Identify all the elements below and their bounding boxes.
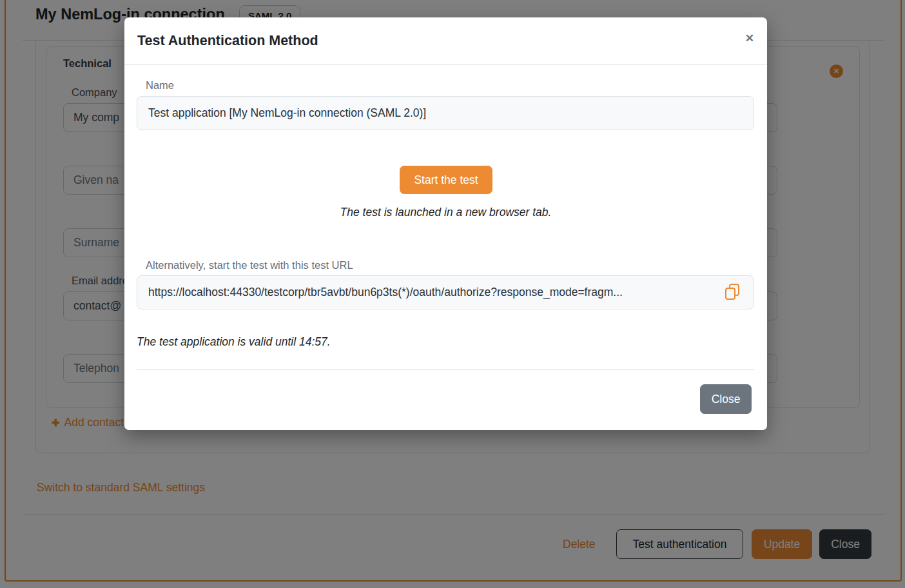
modal-close-button[interactable]: Close bbox=[700, 384, 752, 414]
start-test-button[interactable]: Start the test bbox=[400, 166, 492, 194]
validity-note: The test application is valid until 14:5… bbox=[137, 335, 331, 349]
copy-url-button[interactable] bbox=[723, 283, 743, 302]
modal-title: Test Authentication Method bbox=[137, 33, 318, 49]
modal-header: Test Authentication Method ✕ bbox=[124, 17, 767, 65]
modal-close-x-icon[interactable]: ✕ bbox=[745, 33, 754, 44]
name-label: Name bbox=[146, 79, 174, 92]
copy-icon bbox=[725, 283, 741, 301]
test-url-label: Alternatively, start the test with this … bbox=[146, 259, 353, 271]
test-url-input[interactable] bbox=[137, 275, 754, 309]
start-test-note: The test is launched in a new browser ta… bbox=[124, 206, 767, 219]
modal-footer-divider bbox=[137, 369, 754, 370]
test-authentication-modal: Test Authentication Method ✕ Name Start … bbox=[124, 17, 767, 430]
test-app-name-input[interactable] bbox=[137, 96, 754, 130]
